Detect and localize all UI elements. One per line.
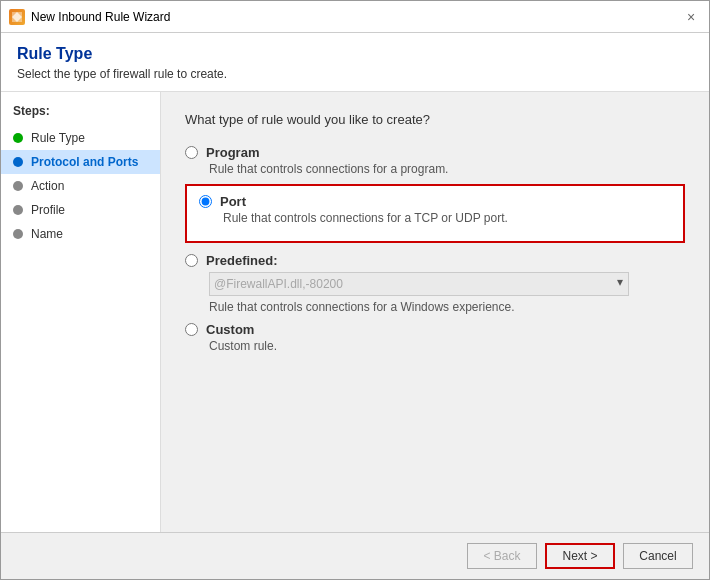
dot-action bbox=[13, 181, 23, 191]
label-port[interactable]: Port bbox=[220, 194, 246, 209]
close-button[interactable]: × bbox=[681, 7, 701, 27]
step-label-action: Action bbox=[31, 179, 64, 193]
label-predefined[interactable]: Predefined: bbox=[206, 253, 278, 268]
title-bar: New Inbound Rule Wizard × bbox=[1, 1, 709, 33]
next-button[interactable]: Next > bbox=[545, 543, 615, 569]
radio-custom[interactable] bbox=[185, 323, 198, 336]
wizard-window: New Inbound Rule Wizard × Rule Type Sele… bbox=[0, 0, 710, 580]
option-custom: Custom Custom rule. bbox=[185, 322, 685, 353]
option-custom-header: Custom bbox=[185, 322, 685, 337]
option-port-header: Port bbox=[199, 194, 671, 209]
radio-port[interactable] bbox=[199, 195, 212, 208]
sidebar-item-rule-type[interactable]: Rule Type bbox=[1, 126, 160, 150]
radio-program[interactable] bbox=[185, 146, 198, 159]
dot-rule-type bbox=[13, 133, 23, 143]
content-area: Steps: Rule Type Protocol and Ports Acti… bbox=[1, 92, 709, 532]
label-custom[interactable]: Custom bbox=[206, 322, 254, 337]
sidebar-item-profile[interactable]: Profile bbox=[1, 198, 160, 222]
step-label-rule-type: Rule Type bbox=[31, 131, 85, 145]
option-program: Program Rule that controls connections f… bbox=[185, 145, 685, 176]
predefined-select[interactable]: @FirewallAPI.dll,-80200 bbox=[209, 272, 629, 296]
back-button[interactable]: < Back bbox=[467, 543, 537, 569]
desc-custom: Custom rule. bbox=[209, 339, 685, 353]
app-icon bbox=[9, 9, 25, 25]
steps-label: Steps: bbox=[1, 104, 160, 126]
window-title: New Inbound Rule Wizard bbox=[31, 10, 681, 24]
sidebar: Steps: Rule Type Protocol and Ports Acti… bbox=[1, 92, 161, 532]
dot-protocol-ports bbox=[13, 157, 23, 167]
option-predefined-header: Predefined: bbox=[185, 253, 685, 268]
question-text: What type of rule would you like to crea… bbox=[185, 112, 685, 127]
option-port-box: Port Rule that controls connections for … bbox=[185, 184, 685, 243]
dot-profile bbox=[13, 205, 23, 215]
sidebar-item-name[interactable]: Name bbox=[1, 222, 160, 246]
desc-predefined: Rule that controls connections for a Win… bbox=[209, 300, 685, 314]
desc-program: Rule that controls connections for a pro… bbox=[209, 162, 685, 176]
step-label-protocol-ports: Protocol and Ports bbox=[31, 155, 138, 169]
step-label-profile: Profile bbox=[31, 203, 65, 217]
option-predefined: Predefined: @FirewallAPI.dll,-80200 Rule… bbox=[185, 253, 685, 314]
option-program-header: Program bbox=[185, 145, 685, 160]
predefined-select-container: @FirewallAPI.dll,-80200 bbox=[209, 272, 629, 296]
page-header: Rule Type Select the type of firewall ru… bbox=[1, 33, 709, 92]
page-subtitle: Select the type of firewall rule to crea… bbox=[17, 67, 693, 81]
desc-port: Rule that controls connections for a TCP… bbox=[223, 211, 671, 225]
main-panel: What type of rule would you like to crea… bbox=[161, 92, 709, 532]
page-title: Rule Type bbox=[17, 45, 693, 63]
label-program[interactable]: Program bbox=[206, 145, 259, 160]
predefined-select-wrapper: @FirewallAPI.dll,-80200 bbox=[209, 272, 685, 296]
sidebar-item-action[interactable]: Action bbox=[1, 174, 160, 198]
radio-predefined[interactable] bbox=[185, 254, 198, 267]
footer: < Back Next > Cancel bbox=[1, 532, 709, 579]
step-label-name: Name bbox=[31, 227, 63, 241]
sidebar-item-protocol-ports[interactable]: Protocol and Ports bbox=[1, 150, 160, 174]
cancel-button[interactable]: Cancel bbox=[623, 543, 693, 569]
dot-name bbox=[13, 229, 23, 239]
